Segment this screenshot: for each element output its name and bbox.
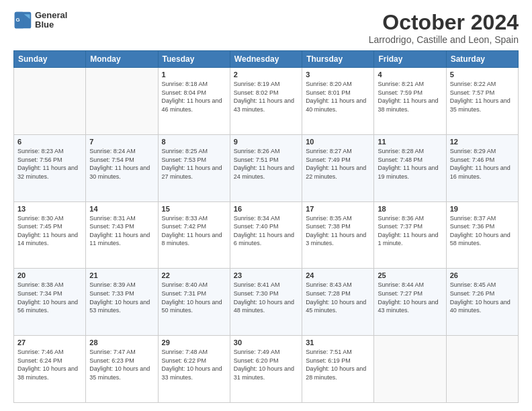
calendar-week-row: 6Sunrise: 8:23 AMSunset: 7:56 PMDaylight…	[14, 134, 519, 201]
day-info: Sunrise: 8:30 AMSunset: 7:45 PMDaylight:…	[17, 214, 82, 248]
day-number: 4	[378, 71, 442, 79]
day-number: 12	[450, 138, 515, 146]
sunset-text: Sunset: 8:04 PM	[162, 89, 226, 97]
sunset-text: Sunset: 7:40 PM	[234, 222, 298, 231]
title-section: October 2024 Larrodrigo, Castille and Le…	[369, 11, 519, 45]
sunset-text: Sunset: 6:20 PM	[234, 357, 298, 365]
day-number: 25	[378, 271, 442, 279]
calendar-table: SundayMondayTuesdayWednesdayThursdayFrid…	[13, 50, 519, 403]
sunset-text: Sunset: 7:57 PM	[450, 89, 515, 97]
calendar-cell: 8Sunrise: 8:25 AMSunset: 7:53 PMDaylight…	[158, 134, 230, 201]
calendar-cell: 2Sunrise: 8:19 AMSunset: 8:02 PMDaylight…	[230, 68, 302, 135]
daylight-text: Daylight: 11 hours and 40 minutes.	[306, 97, 370, 113]
daylight-text: Daylight: 11 hours and 1 minute.	[378, 231, 442, 248]
day-number: 29	[162, 338, 226, 347]
calendar-cell: 23Sunrise: 8:41 AMSunset: 7:30 PMDayligh…	[230, 269, 302, 336]
daylight-text: Daylight: 10 hours and 56 minutes.	[17, 298, 82, 315]
calendar-cell: 30Sunrise: 7:49 AMSunset: 6:20 PMDayligh…	[230, 336, 302, 403]
logo-text: General Blue	[35, 11, 67, 30]
sunset-text: Sunset: 7:59 PM	[378, 89, 442, 97]
calendar-header-tuesday: Tuesday	[158, 51, 230, 68]
sunrise-text: Sunrise: 8:22 AM	[450, 80, 515, 89]
daylight-text: Daylight: 11 hours and 30 minutes.	[89, 164, 154, 181]
sunset-text: Sunset: 7:54 PM	[89, 156, 154, 165]
sunrise-text: Sunrise: 8:30 AM	[17, 214, 82, 223]
calendar-header-thursday: Thursday	[302, 51, 374, 68]
sunrise-text: Sunrise: 8:39 AM	[89, 281, 154, 289]
day-info: Sunrise: 8:37 AMSunset: 7:36 PMDaylight:…	[450, 214, 515, 248]
daylight-text: Daylight: 11 hours and 22 minutes.	[306, 164, 370, 181]
day-number: 16	[234, 205, 298, 213]
day-info: Sunrise: 8:45 AMSunset: 7:26 PMDaylight:…	[450, 281, 515, 314]
day-info: Sunrise: 7:46 AMSunset: 6:24 PMDaylight:…	[17, 348, 82, 381]
sunset-text: Sunset: 7:36 PM	[450, 222, 515, 231]
calendar-cell: 5Sunrise: 8:22 AMSunset: 7:57 PMDaylight…	[446, 68, 518, 135]
calendar-cell: 28Sunrise: 7:47 AMSunset: 6:23 PMDayligh…	[86, 336, 158, 403]
sunrise-text: Sunrise: 7:48 AM	[162, 348, 226, 357]
day-number: 6	[17, 138, 82, 146]
day-info: Sunrise: 8:43 AMSunset: 7:28 PMDaylight:…	[306, 281, 370, 314]
calendar-header-sunday: Sunday	[14, 51, 86, 68]
sunrise-text: Sunrise: 7:46 AM	[17, 348, 82, 357]
sunrise-text: Sunrise: 8:43 AM	[306, 281, 370, 289]
sunset-text: Sunset: 7:51 PM	[234, 156, 298, 165]
day-info: Sunrise: 7:49 AMSunset: 6:20 PMDaylight:…	[234, 348, 298, 381]
day-info: Sunrise: 8:28 AMSunset: 7:48 PMDaylight:…	[378, 147, 442, 181]
daylight-text: Daylight: 11 hours and 35 minutes.	[450, 97, 515, 113]
daylight-text: Daylight: 11 hours and 43 minutes.	[234, 97, 298, 113]
day-number: 24	[306, 271, 370, 279]
daylight-text: Daylight: 10 hours and 45 minutes.	[306, 298, 370, 315]
sunset-text: Sunset: 7:42 PM	[162, 222, 226, 231]
sunrise-text: Sunrise: 8:20 AM	[306, 80, 370, 89]
daylight-text: Daylight: 11 hours and 11 minutes.	[89, 231, 154, 248]
header: G General Blue October 2024 Larrodrigo, …	[13, 11, 519, 45]
sunrise-text: Sunrise: 8:34 AM	[234, 214, 298, 223]
sunset-text: Sunset: 7:48 PM	[378, 156, 442, 165]
day-info: Sunrise: 8:19 AMSunset: 8:02 PMDaylight:…	[234, 80, 298, 113]
day-number: 9	[234, 138, 298, 146]
sunrise-text: Sunrise: 8:33 AM	[162, 214, 226, 223]
day-info: Sunrise: 8:22 AMSunset: 7:57 PMDaylight:…	[450, 80, 515, 113]
calendar-cell: 4Sunrise: 8:21 AMSunset: 7:59 PMDaylight…	[374, 68, 446, 135]
subtitle: Larrodrigo, Castille and Leon, Spain	[369, 34, 519, 45]
sunset-text: Sunset: 7:27 PM	[378, 289, 442, 298]
calendar-cell: 7Sunrise: 8:24 AMSunset: 7:54 PMDaylight…	[86, 134, 158, 201]
calendar-cell: 11Sunrise: 8:28 AMSunset: 7:48 PMDayligh…	[374, 134, 446, 201]
calendar-header-wednesday: Wednesday	[230, 51, 302, 68]
calendar-cell: 21Sunrise: 8:39 AMSunset: 7:33 PMDayligh…	[86, 269, 158, 336]
calendar-cell	[14, 68, 86, 135]
sunrise-text: Sunrise: 8:35 AM	[306, 214, 370, 223]
calendar-cell: 24Sunrise: 8:43 AMSunset: 7:28 PMDayligh…	[302, 269, 374, 336]
svg-text:G: G	[16, 17, 20, 23]
sunset-text: Sunset: 7:45 PM	[17, 222, 82, 231]
day-info: Sunrise: 8:25 AMSunset: 7:53 PMDaylight:…	[162, 147, 226, 181]
day-number: 31	[306, 338, 370, 347]
sunrise-text: Sunrise: 8:26 AM	[234, 147, 298, 156]
day-info: Sunrise: 8:40 AMSunset: 7:31 PMDaylight:…	[162, 281, 226, 314]
logo-line1: General	[35, 11, 67, 20]
day-number: 3	[306, 71, 370, 79]
sunrise-text: Sunrise: 8:21 AM	[378, 80, 442, 89]
day-number: 8	[162, 138, 226, 146]
daylight-text: Daylight: 11 hours and 6 minutes.	[234, 231, 298, 248]
calendar-cell: 1Sunrise: 8:18 AMSunset: 8:04 PMDaylight…	[158, 68, 230, 135]
day-number: 18	[378, 205, 442, 213]
main-title: October 2024	[369, 11, 519, 34]
sunset-text: Sunset: 7:31 PM	[162, 289, 226, 298]
day-number: 14	[89, 205, 154, 213]
daylight-text: Daylight: 11 hours and 16 minutes.	[450, 164, 515, 181]
calendar-cell: 26Sunrise: 8:45 AMSunset: 7:26 PMDayligh…	[446, 269, 518, 336]
sunset-text: Sunset: 7:28 PM	[306, 289, 370, 298]
calendar-cell: 6Sunrise: 8:23 AMSunset: 7:56 PMDaylight…	[14, 134, 86, 201]
day-info: Sunrise: 8:34 AMSunset: 7:40 PMDaylight:…	[234, 214, 298, 248]
sunset-text: Sunset: 8:02 PM	[234, 89, 298, 97]
day-info: Sunrise: 8:36 AMSunset: 7:37 PMDaylight:…	[378, 214, 442, 248]
sunrise-text: Sunrise: 8:28 AM	[378, 147, 442, 156]
sunrise-text: Sunrise: 8:19 AM	[234, 80, 298, 89]
calendar-cell: 22Sunrise: 8:40 AMSunset: 7:31 PMDayligh…	[158, 269, 230, 336]
sunrise-text: Sunrise: 8:45 AM	[450, 281, 515, 289]
day-number: 28	[89, 338, 154, 347]
daylight-text: Daylight: 11 hours and 38 minutes.	[378, 97, 442, 113]
daylight-text: Daylight: 10 hours and 53 minutes.	[89, 298, 154, 315]
daylight-text: Daylight: 11 hours and 32 minutes.	[17, 164, 82, 181]
